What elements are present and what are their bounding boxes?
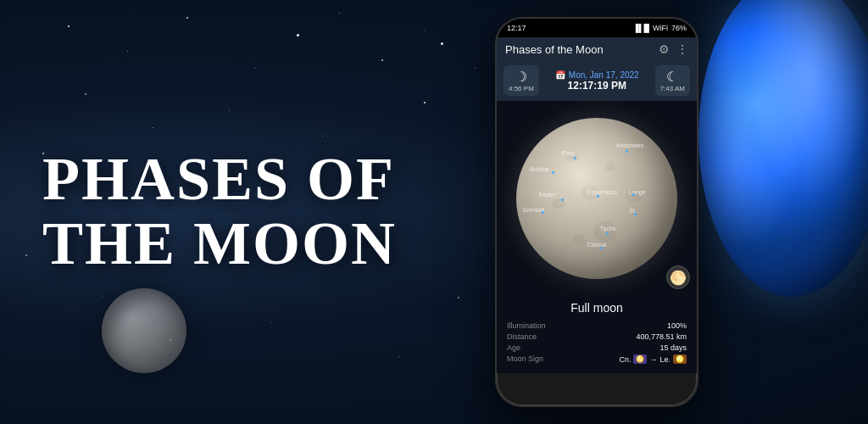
moonset-indicator: ☾ 7:43 AM [655, 65, 690, 96]
moon-display[interactable]: Aristoteles Plato Archius Kepler Coperni… [497, 101, 697, 296]
moon-sign-row: Moon Sign Cn. ♋ → Le. ♌ [507, 354, 687, 364]
phone-mockup: 12:17 ▐▌█ WiFi 76% Phases of the Moon ⚙ … [495, 17, 698, 407]
app-title: Phases of the Moon [42, 148, 397, 276]
moonset-icon: ☾ [666, 69, 678, 85]
moonset-time: 7:43 AM [660, 85, 685, 92]
moon-sign-to-text: Le. [659, 355, 670, 364]
moonrise-icon: ☽ [515, 69, 527, 85]
moon-sign-arrow: → [649, 355, 657, 364]
datetime-row: ☽ 4:56 PM 📅 Mon, Jan 17, 2022 12:17:19 P… [497, 62, 697, 101]
signal-icon: ▐▌█ [633, 24, 649, 32]
center-datetime[interactable]: 📅 Mon, Jan 17, 2022 12:17:19 PM [555, 70, 639, 92]
date-display: 📅 Mon, Jan 17, 2022 [555, 70, 639, 80]
app-bar-icons: ⚙ ⋮ [659, 42, 688, 57]
moon-sign-from-text: Cn. [619, 355, 631, 364]
leo-badge: ♌ [673, 354, 687, 364]
app-title-section: Phases of the Moon [42, 148, 397, 276]
status-time: 12:17 [507, 24, 526, 32]
small-moon-decoration [102, 288, 186, 373]
age-value: 15 days [659, 343, 687, 352]
age-label: Age [507, 343, 520, 352]
cancer-badge: ♋ [633, 354, 647, 364]
phase-name: Full moon [507, 301, 687, 315]
info-table: Illumination 100% Distance 400,778.51 km… [507, 321, 687, 364]
battery-indicator: 76% [671, 24, 687, 32]
moonrise-indicator: ☽ 4:56 PM [504, 65, 539, 96]
moon-sign-label: Moon Sign [507, 354, 543, 364]
distance-value: 400,778.51 km [636, 332, 687, 341]
time-display: 12:17:19 PM [555, 80, 639, 92]
more-vert-icon[interactable]: ⋮ [676, 42, 688, 57]
app-bar-title: Phases of the Moon [505, 43, 604, 56]
settings-icon[interactable]: ⚙ [659, 42, 670, 57]
phone-screen: 12:17 ▐▌█ WiFi 76% Phases of the Moon ⚙ … [495, 17, 698, 407]
age-row: Age 15 days [507, 343, 687, 352]
calendar-icon: 📅 [555, 70, 565, 80]
crater-dot-archius [552, 171, 554, 174]
status-bar: 12:17 ▐▌█ WiFi 76% [497, 19, 697, 37]
illumination-label: Illumination [507, 321, 546, 330]
moonrise-time: 4:56 PM [509, 85, 534, 92]
phase-icon[interactable]: 🌕 [666, 265, 690, 289]
moon-sign-value: Cn. ♋ → Le. ♌ [619, 354, 687, 364]
illumination-row: Illumination 100% [507, 321, 687, 330]
status-icons: ▐▌█ WiFi 76% [633, 24, 687, 32]
crater-dot-st [634, 213, 637, 215]
app-bar: Phases of the Moon ⚙ ⋮ [497, 37, 697, 62]
distance-row: Distance 400,778.51 km [507, 332, 687, 341]
moon-info-section: Full moon Illumination 100% Distance 400… [497, 296, 697, 373]
wifi-icon: WiFi [653, 24, 668, 32]
moon-sphere [516, 118, 677, 279]
crater-dot-clavius [600, 247, 603, 249]
illumination-value: 100% [667, 321, 687, 330]
earth-decoration [698, 0, 868, 297]
distance-label: Distance [507, 332, 537, 341]
